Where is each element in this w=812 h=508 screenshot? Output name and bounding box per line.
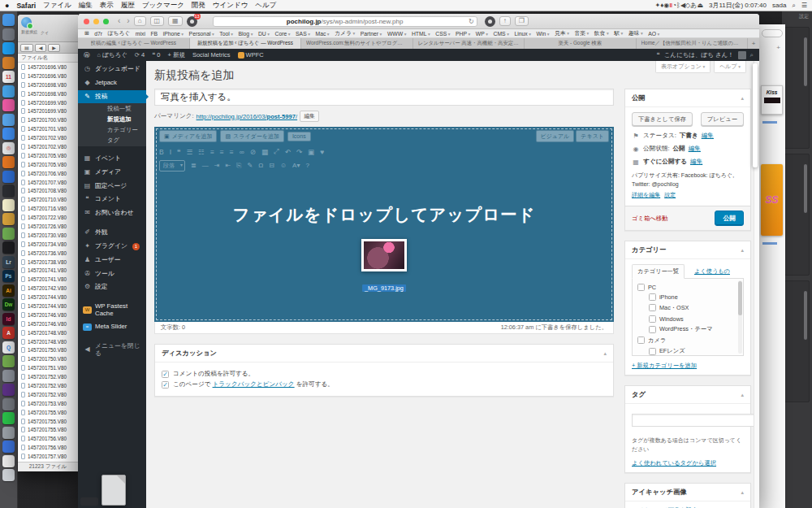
admin-bar-site[interactable]: ⌂ぼちろぐ: [97, 51, 127, 59]
bookmark-item[interactable]: Partner: [361, 31, 382, 37]
category-checkbox[interactable]: [637, 336, 645, 344]
editor-toolbar-icon[interactable]: I: [170, 148, 171, 156]
edit-details-link[interactable]: 詳細を編集: [632, 191, 660, 199]
collapse-toggle-icon[interactable]: ▴: [741, 489, 744, 496]
bookmark-item[interactable]: SAS: [296, 31, 310, 37]
scrollbar-thumb[interactable]: [753, 63, 758, 167]
add-slider-button[interactable]: ▨スライダーを追加: [220, 130, 283, 142]
sidebar-item[interactable]: カテゴリー: [78, 125, 146, 136]
publicize-settings-link[interactable]: 設定: [664, 191, 676, 199]
screen-options-button[interactable]: 表示オプション: [655, 61, 710, 73]
sidebar-item[interactable]: ❝ コメント: [78, 193, 146, 206]
sidebar-item[interactable]: ♟ ユーザー: [78, 254, 146, 267]
file-row[interactable]: 1457201699.V80: [18, 106, 78, 115]
browser-tab[interactable]: 楽天 - Google 検索: [525, 38, 637, 49]
home-button[interactable]: ⌂: [134, 16, 146, 26]
dock-icon-photos[interactable]: [2, 85, 15, 98]
browser-tab[interactable]: 新規投稿を追加 ‹ ぼちろぐ — WordPress: [190, 38, 302, 49]
bookmark-item[interactable]: Mac: [315, 31, 329, 37]
edit-visibility-link[interactable]: 編集: [689, 145, 701, 153]
eject-icon[interactable]: ⏏: [697, 2, 703, 9]
new-connection-icon[interactable]: [21, 17, 32, 28]
sidebar-item[interactable]: ◷ ダッシュボード: [78, 63, 146, 76]
menu-edit[interactable]: 編集: [79, 1, 93, 11]
editor-toolbar-icon[interactable]: ▣: [308, 148, 314, 156]
dock-icon-itunes[interactable]: [2, 99, 15, 111]
dock-icon-black-circle[interactable]: [2, 241, 15, 254]
file-row[interactable]: 1457201753.V80: [18, 399, 78, 408]
bookmark-item[interactable]: DU: [258, 31, 270, 37]
dock-icon-contacts[interactable]: [2, 213, 15, 225]
extension-button[interactable]: 13: [187, 16, 197, 27]
dock-icon-dreamweaver[interactable]: Dw: [2, 298, 15, 310]
file-row[interactable]: 1457201755.V80: [18, 417, 78, 426]
dock-icon-gray-app[interactable]: [2, 427, 15, 439]
file-row[interactable]: 1457201696.V80: [18, 72, 78, 80]
editor-toolbar-icon[interactable]: ↶: [285, 148, 291, 156]
file-row[interactable]: 1457201722.V80: [18, 213, 78, 222]
sidebar-item[interactable]: ✐ 外観: [78, 226, 146, 240]
dock-icon-automator[interactable]: [2, 228, 15, 240]
editor-toolbar-icon[interactable]: ≡: [220, 148, 224, 156]
post-title-input[interactable]: [154, 89, 614, 106]
bookmark-item[interactable]: CMS: [494, 31, 509, 37]
notification-center-icon[interactable]: ☰: [801, 2, 807, 9]
dock-icon-calendar[interactable]: 11: [2, 71, 15, 83]
file-row[interactable]: 1457201696.V80: [18, 63, 78, 72]
icons-button[interactable]: Icons: [287, 132, 311, 141]
file-row[interactable]: 1457201716.V80: [18, 204, 78, 213]
file-row[interactable]: 1457201756.V80: [18, 434, 78, 443]
menu-help[interactable]: ヘルプ: [255, 1, 276, 11]
preview-button[interactable]: プレビュー: [701, 112, 744, 126]
category-row[interactable]: Mac・OSX: [633, 302, 743, 314]
browser-tab[interactable]: 投稿の編集 ‹ ぼちろぐ — WordPress: [78, 38, 190, 49]
editor-toolbar-icon[interactable]: ♥: [320, 148, 324, 156]
admin-bar-wpfc[interactable]: WPFC: [238, 51, 264, 59]
file-row[interactable]: 1457201726.V80: [18, 222, 78, 231]
collapse-toggle-icon[interactable]: ▴: [741, 392, 744, 398]
file-row[interactable]: 1457201741.V80: [18, 266, 78, 275]
category-scrollbar[interactable]: [738, 280, 742, 354]
file-row[interactable]: 1457201698.V80: [18, 89, 78, 98]
file-row[interactable]: 1457201746.V80: [18, 310, 78, 319]
sidebar-item[interactable]: ≈ Meta Slider: [78, 320, 146, 334]
file-row[interactable]: 1457201710.V80: [18, 195, 78, 204]
file-row[interactable]: 1457201744.V80: [18, 302, 78, 310]
dock-icon-firefox[interactable]: [2, 156, 15, 168]
editor-toolbar-icon[interactable]: ☰: [187, 148, 193, 156]
admin-bar-greeting[interactable]: こんにちは、ぽち さん！: [664, 51, 734, 59]
category-checkbox[interactable]: [649, 315, 656, 323]
menu-history[interactable]: 履歴: [121, 1, 135, 11]
trackback-link[interactable]: トラックバックとピンバック: [213, 380, 295, 388]
file-row[interactable]: 1457201700.V80: [18, 115, 78, 124]
bookmark-item[interactable]: WWW: [387, 31, 407, 37]
category-row[interactable]: カメラ: [633, 335, 743, 346]
sidebar-item[interactable]: タグ: [78, 136, 146, 146]
bookmark-item[interactable]: Win: [537, 31, 550, 37]
menubar-user[interactable]: sada: [772, 2, 786, 9]
editor-toolbar-icon[interactable]: ?: [305, 162, 309, 170]
tag-input[interactable]: [632, 414, 759, 427]
editor-toolbar-icon[interactable]: ❝: [177, 148, 181, 156]
new-tab-button[interactable]: +: [748, 38, 759, 49]
editor-toolbar-icon[interactable]: ⤢: [274, 147, 279, 156]
dock-icon-monitor-app[interactable]: [2, 441, 15, 453]
onepassword-button[interactable]: [485, 16, 495, 27]
category-checkbox[interactable]: [637, 284, 645, 291]
browser-tab[interactable]: Home／【信州飯田松川・りんご通販の原りんご…: [637, 38, 749, 49]
sidebar-item[interactable]: ◀ メニューを閉じる: [78, 340, 146, 360]
add-media-button[interactable]: ▣メディアを追加: [159, 130, 217, 142]
bookmark-item[interactable]: WP: [476, 31, 488, 37]
admin-bar-updates[interactable]: ⟳4: [135, 51, 145, 59]
file-row[interactable]: 1457201706.V80: [18, 169, 78, 178]
sidebar-item[interactable]: ✎ 投稿: [78, 90, 146, 104]
category-checkbox[interactable]: [649, 348, 656, 355]
sidebar-item[interactable]: ▦ イベント: [78, 152, 146, 166]
choose-popular-tags-link[interactable]: よく使われているタグから選択: [632, 459, 716, 467]
admin-search-icon[interactable]: ⌕: [750, 51, 754, 59]
file-row[interactable]: 1457201748.V80: [18, 328, 78, 337]
menu-window[interactable]: ウインドウ: [213, 1, 248, 11]
allow-comments-checkbox[interactable]: [162, 371, 169, 378]
bookmark-item[interactable]: Tool: [219, 31, 233, 37]
file-row[interactable]: 1457201746.V80: [18, 319, 78, 328]
